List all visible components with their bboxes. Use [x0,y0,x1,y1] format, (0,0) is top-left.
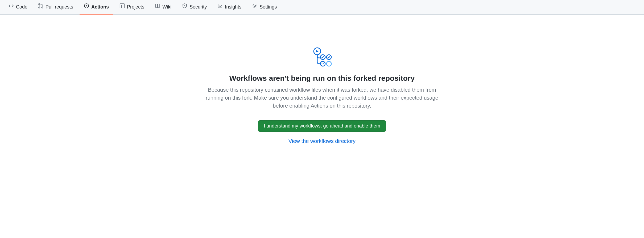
blankslate: Workflows aren't being run on this forke… [200,15,444,155]
book-icon [155,3,160,11]
nav-pull-requests[interactable]: Pull requests [34,0,77,15]
blankslate-heading: Workflows aren't being run on this forke… [205,74,439,83]
svg-point-10 [322,63,323,64]
table-icon [119,3,125,11]
nav-projects-label: Projects [127,3,144,11]
svg-point-9 [320,61,325,66]
svg-point-1 [39,7,40,8]
svg-point-0 [39,4,40,5]
nav-wiki[interactable]: Wiki [151,0,176,15]
nav-security[interactable]: Security [178,0,211,15]
git-pull-request-icon [38,3,43,11]
nav-insights-label: Insights [225,3,241,11]
play-circle-icon [84,3,89,11]
nav-projects[interactable]: Projects [115,0,148,15]
blankslate-description: Because this repository contained workfl… [205,86,439,110]
repo-nav: Code Pull requests Actions Projects Wiki… [0,0,644,15]
svg-point-5 [254,5,255,7]
svg-point-2 [42,7,43,8]
workflow-illustration-icon [205,46,439,68]
nav-insights[interactable]: Insights [213,0,246,15]
nav-wiki-label: Wiki [162,3,171,11]
nav-security-label: Security [189,3,207,11]
shield-icon [182,3,187,11]
svg-rect-4 [120,4,124,8]
nav-actions[interactable]: Actions [80,0,113,15]
nav-pull-requests-label: Pull requests [46,3,73,11]
nav-settings-label: Settings [259,3,277,11]
view-workflows-link[interactable]: View the workflows directory [205,138,439,144]
svg-point-12 [327,61,331,66]
nav-code[interactable]: Code [4,0,32,15]
graph-icon [217,3,223,11]
nav-settings[interactable]: Settings [248,0,281,15]
gear-icon [252,3,257,11]
svg-point-11 [323,63,324,64]
code-icon [9,3,14,11]
nav-code-label: Code [16,3,27,11]
enable-workflows-button[interactable]: I understand my workflows, go ahead and … [258,120,386,132]
nav-actions-label: Actions [91,3,109,11]
